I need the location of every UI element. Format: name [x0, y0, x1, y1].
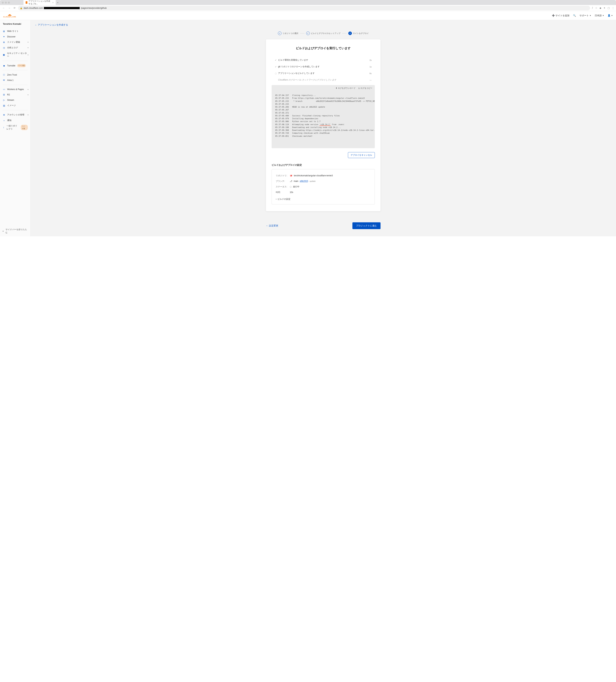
sidebar-item[interactable]: ✉Area 1: [0, 77, 30, 83]
nav-icon: ◆: [2, 64, 5, 67]
log-box: ⬇ ログをダウンロード ⎘ ログをコピー 05:37:04.157 Clonin…: [272, 85, 375, 148]
copy-log-button[interactable]: ⎘ ログをコピー: [358, 87, 372, 90]
extension-icon[interactable]: ◆: [599, 7, 601, 9]
nav-icon: ▭: [2, 88, 5, 91]
star-icon[interactable]: ☆: [595, 7, 597, 9]
add-site-button[interactable]: ➕ サイトを追加: [552, 14, 569, 17]
nav-icon: ◷: [2, 46, 5, 49]
sidebar-item[interactable]: ▭Workers & Pages▾: [0, 87, 30, 92]
sidebar-item[interactable]: ↕一括リダイレクトベータ版: [0, 123, 30, 132]
traffic-light-max[interactable]: [8, 2, 10, 4]
change-settings-link[interactable]: ← 設定変更: [266, 224, 278, 227]
sidebar-item[interactable]: ⊟R2▾: [0, 92, 30, 97]
language-menu[interactable]: 日本語 ▼: [595, 14, 604, 17]
menu-icon[interactable]: ⋮: [612, 7, 614, 9]
proceed-button[interactable]: プロジェクトに進む: [352, 222, 380, 229]
branch-icon: ⎇: [290, 180, 292, 182]
collapse-icon: «: [2, 230, 4, 232]
build-stage: ✓ビルド環境を初期化しています2s: [275, 57, 372, 63]
puzzle-icon[interactable]: ✦: [603, 7, 606, 9]
traffic-light-close[interactable]: [2, 2, 4, 4]
tab-close-icon[interactable]: ×: [52, 1, 53, 4]
status-value: 進行中: [293, 185, 300, 188]
chevron-down-icon: ▾: [27, 94, 28, 96]
build-stage: ◌アプリケーションをビルドしています6s: [275, 70, 372, 76]
chevron-down-icon: ▾: [27, 41, 28, 43]
panel-icon[interactable]: ▢: [608, 7, 610, 9]
chevron-down-icon: ▾: [27, 114, 28, 116]
url-bar[interactable]: 🔒 dash.cloudflare.com/pages/new/provider…: [18, 6, 590, 10]
sidebar-item[interactable]: ⊕ドメイン登録▾: [0, 39, 30, 45]
settings-title: ビルドおよびデプロイの設定: [272, 163, 375, 167]
sidebar-item[interactable]: ▤イメージ: [0, 103, 30, 108]
sidebar-item[interactable]: ⚙アカウントの管理▾: [0, 112, 30, 118]
url-path: /pages/new/provider/github: [81, 7, 107, 9]
browser-tab[interactable]: アプリケーションを作成する | Te... ×: [23, 0, 56, 6]
sidebar: Teruhiro Komaki ⊞Web サイト✦Discover⊕ドメイン登録…: [0, 20, 30, 236]
cloudflare-logo[interactable]: CLOUDFLARE: [3, 14, 16, 18]
sidebar-item[interactable]: ▷Stream: [0, 97, 30, 103]
arrow-left-icon: ←: [266, 224, 268, 227]
url-host: dash.cloudflare.com: [24, 7, 43, 9]
chevron-down-icon: ▾: [27, 47, 28, 49]
nav-icon: ⚙: [2, 113, 5, 116]
nav-icon: ⊞: [2, 30, 5, 33]
cancel-deploy-button[interactable]: デプロイをキャンセル: [348, 152, 375, 158]
nav-icon: ✦: [2, 35, 5, 38]
sidebar-item[interactable]: ◆Turnstileベータ版: [0, 63, 30, 68]
spinner-icon: ◌: [290, 185, 291, 188]
branch-name: main: [294, 180, 298, 182]
url-redacted: [44, 7, 80, 9]
nav-icon: ▤: [2, 104, 5, 107]
time-value: 10s: [290, 191, 293, 194]
log-content: 05:37:04.157 Cloning repository... 05:37…: [272, 91, 375, 148]
nav-icon: ⬡: [2, 73, 5, 76]
sidebar-item[interactable]: ◷分析とログ▾: [0, 45, 30, 50]
search-icon[interactable]: 🔍: [573, 14, 576, 17]
step-1-icon: ✓: [278, 31, 282, 35]
nav-icon: ⟐: [2, 119, 5, 122]
step-3-icon: 3: [348, 31, 352, 35]
share-icon[interactable]: ⤴: [592, 7, 593, 9]
sidebar-item[interactable]: ✦Discover: [0, 34, 30, 39]
tab-title: アプリケーションを作成する | Te...: [28, 0, 51, 5]
commit-message: update: [310, 180, 316, 182]
step-2-icon: ✓: [306, 31, 310, 35]
back-link[interactable]: ← アプリケーションを作成する: [35, 20, 612, 30]
nav-icon: ✉: [2, 79, 5, 82]
commit-link[interactable]: e8b2815: [300, 180, 308, 182]
stepper: ✓リポジトリの選択 ✓ビルドとデプロイのセットアップ 3サイトをデプロイ: [35, 30, 612, 39]
sidebar-item[interactable]: ⟐通知: [0, 118, 30, 123]
collapse-sidebar[interactable]: « サイドバーを折りたたむ: [0, 226, 30, 236]
nav-icon: ↕: [2, 126, 5, 129]
back-button[interactable]: ←: [2, 6, 5, 10]
repo-name: teruhirokomaki/angular-cloudflare-iemie3: [294, 174, 333, 177]
sidebar-item[interactable]: ⬡Zero Trust: [0, 72, 30, 77]
nav-icon: ⊟: [2, 93, 5, 96]
user-menu[interactable]: 👤 ▼: [608, 14, 613, 17]
build-stage: ✓git リポジトリのクローンを作成しています1s: [275, 63, 372, 70]
nav-icon: ▣: [2, 53, 5, 56]
chevron-right-icon: ›: [276, 198, 277, 200]
sidebar-item[interactable]: ▣セキュリティ センター▾: [0, 50, 30, 59]
lock-icon: 🔒: [20, 7, 23, 9]
nav-icon: ⊕: [2, 41, 5, 44]
sidebar-user: Teruhiro Komaki: [0, 20, 30, 28]
build-stage: Cloudflare のグローバル ネットワークにデプロイしています—: [275, 76, 372, 83]
traffic-light-min[interactable]: [5, 2, 7, 4]
chevron-down-icon: ▾: [27, 54, 28, 56]
new-tab-button[interactable]: +: [56, 1, 60, 5]
support-menu[interactable]: サポート ▼: [579, 14, 591, 17]
settings-box: リポジトリ: 🐙teruhirokomaki/angular-cloudflar…: [272, 169, 375, 204]
sidebar-item[interactable]: ⊞Web サイト: [0, 28, 30, 34]
forward-button[interactable]: →: [7, 6, 11, 10]
chevron-down-icon: ▾: [27, 88, 28, 90]
arrow-left-icon: ←: [35, 24, 37, 26]
github-icon: 🐙: [290, 174, 292, 177]
favicon-icon: [26, 1, 27, 4]
nav-icon: ▷: [2, 99, 5, 101]
build-settings-expand[interactable]: › ビルドの設定: [276, 195, 371, 201]
download-log-button[interactable]: ⬇ ログをダウンロード: [335, 87, 356, 90]
page-title: ビルドおよびデプロイを実行しています: [272, 46, 375, 50]
reload-button[interactable]: ⟳: [13, 6, 16, 10]
